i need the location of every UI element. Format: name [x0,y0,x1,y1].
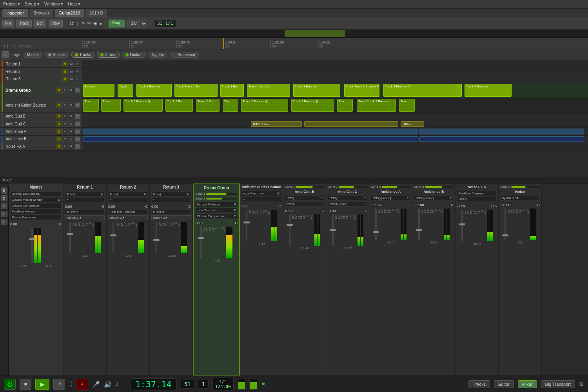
clip[interactable]: Track 1 Bounce [465,84,512,97]
filter-guitars[interactable]: Guitars [122,52,146,58]
view-menu[interactable]: View [49,20,63,27]
solo-btn-ambienceA[interactable]: S [56,129,62,134]
track-content-ambienceA[interactable] [82,128,588,135]
plugin-ambguitc-zpitch[interactable]: zPitch [mono]E [328,201,367,207]
send-return2-select[interactable]: Return 2 ▾ [108,215,148,220]
tab-browser[interactable]: Browser [29,9,53,17]
tab-inspector[interactable]: Inspector [2,9,28,17]
plugin-ambguitar-mda[interactable]: mda OverdriveE [241,191,281,196]
solo-btn-ambguitb[interactable]: S [56,114,62,119]
plugin-return1-zpeq[interactable]: zPEQE [65,191,105,196]
drums-thumb[interactable] [198,237,204,239]
play-button[interactable]: ▶ [35,379,49,390]
e-button-1[interactable]: E [1,187,7,194]
clip[interactable]: Track 2 Bo [196,99,220,112]
mute-button-return3[interactable]: M [69,76,74,82]
return3-thumb[interactable] [153,239,160,241]
mute-button-return2[interactable]: M [69,69,74,74]
plugin-fabfilter-r2[interactable]: FabFilter Timeless [108,209,148,214]
menu-setup[interactable]: Setup ▾ [25,2,40,7]
plugin-stereo[interactable]: Stereo Processor [10,215,62,220]
noisefxa-fader[interactable] [461,210,463,241]
noise-send3-knob[interactable] [511,186,540,188]
ambienceB-thumb[interactable] [416,229,422,231]
file-menu[interactable]: File [2,20,14,27]
solo-btn-ambguitc[interactable]: S [56,121,62,127]
expand-btn-ambguitb[interactable]: □ [75,114,80,119]
noisefxa-thumb[interactable] [459,223,465,225]
clip[interactable] [83,129,418,134]
tab-guitar2010[interactable]: Guitar2010 [55,9,84,17]
clip[interactable] [419,136,584,142]
rec-btn-ambguitc[interactable]: R [69,121,74,127]
expand-btn-ambienceB[interactable]: □ [75,136,80,142]
clip[interactable]: Track [118,84,133,97]
record-button-return3[interactable]: R [75,76,80,82]
clip[interactable]: Track 1 Bounce [136,84,172,97]
plugin-ambguitb-zpitch[interactable]: zPitchE [285,201,324,207]
record-button-drums[interactable]: R [69,87,74,93]
ambguitb-fader[interactable] [289,214,290,246]
return1-fader[interactable] [69,222,71,253]
track-content-ambguitc[interactable]: Track 4 to... Trac... [82,120,588,127]
loop-button[interactable]: ↺ [53,379,65,390]
erase-tool[interactable]: ◉ [93,21,97,26]
track-content-return1[interactable] [82,60,588,67]
clip[interactable]: Track 1 Bo 111 [247,84,290,97]
tab-big-transport[interactable]: Big Transport [541,380,575,388]
clip[interactable] [304,121,398,127]
paint-tool[interactable]: ● [100,21,102,26]
filter-synths[interactable]: Synths [149,52,168,58]
rec-btn-ambienceA[interactable]: R [69,129,74,134]
plugin-ambienceB-zpeq[interactable]: zPEQ [mono]E [414,196,454,201]
ambguitar-thumb[interactable] [243,221,250,223]
plugin-drums-classiccomp[interactable]: Classic CompressorE [195,214,238,219]
record-button-return2[interactable]: R [75,69,80,74]
plugin-return3-zpeq[interactable]: zPEQE [151,191,191,196]
solo-btn-ambienceB[interactable]: S [56,136,62,142]
noise-fader[interactable] [505,209,506,240]
track-content-drums[interactable]: Bounce Track Track 1 Bounce Track Track … [82,83,588,98]
expand-button-ambient[interactable]: □ [75,102,80,108]
mute-button-return1[interactable]: M [69,61,74,67]
plugin-classic-comp[interactable]: Classic Compressor [10,203,62,208]
solo-button-return2[interactable]: S [62,69,68,74]
clip[interactable] [83,136,418,142]
cut-tool[interactable]: ✂ [87,21,91,26]
clip[interactable]: Track 2 Bo [165,99,193,112]
e-button-4[interactable]: S [1,211,7,217]
ambguitar-fader[interactable] [246,210,247,241]
pointer-tool[interactable]: ↕ [76,20,79,27]
mute-btn-ambguitc[interactable]: M [62,121,68,127]
plugin-ambguitar-add[interactable]: + [241,197,281,202]
master-fader-track[interactable] [31,228,33,263]
mute-btn-ambguitb[interactable]: M [62,114,68,119]
solo-button-ambient[interactable]: S [56,102,62,108]
ambguitc-thumb[interactable] [330,229,336,231]
mute-btn-noisefxa[interactable]: M [62,144,68,149]
ambguitb-send3-knob[interactable] [296,186,324,188]
rec-btn-ambienceB[interactable]: R [69,136,74,142]
send-return3-select[interactable]: Return 3 ▾ [151,215,191,220]
mute-button-ambient[interactable]: M [62,102,68,108]
edit-menu[interactable]: Edit [34,20,46,27]
clip[interactable]: Track 4 to... [251,121,302,127]
plugin-zreverb-r3[interactable]: zReverb [151,209,191,214]
clip[interactable]: Track 2 Bounce ◎ [291,99,334,112]
e-button-2[interactable]: E [1,195,7,201]
clip[interactable]: Trac... [401,121,424,127]
record-button-return1[interactable]: R [75,61,80,67]
mute-btn-ambienceB[interactable]: M [62,136,68,142]
solo-button-return3[interactable]: S [62,76,68,82]
stop-button[interactable]: ■ [20,379,31,390]
ambguitb-thumb[interactable] [287,224,293,226]
filter-ambience[interactable]: Ambience [170,52,198,58]
clip[interactable]: Track 1 Bo [220,84,244,97]
noise-thumb[interactable] [502,234,508,236]
plugin-master-limiter[interactable]: Classic Master Limiter E [10,197,62,202]
mute-button-drums[interactable]: M [62,87,68,93]
solo-btn-noisefxa[interactable]: S [56,144,62,149]
power-button[interactable]: ⏻ [4,379,16,390]
plugin-drums-samplered[interactable]: Sample ReducerE [195,202,238,207]
track-content-ambient[interactable]: Trac Track Track 2 Bounce ◎ Track 2 Bo T… [82,98,588,113]
